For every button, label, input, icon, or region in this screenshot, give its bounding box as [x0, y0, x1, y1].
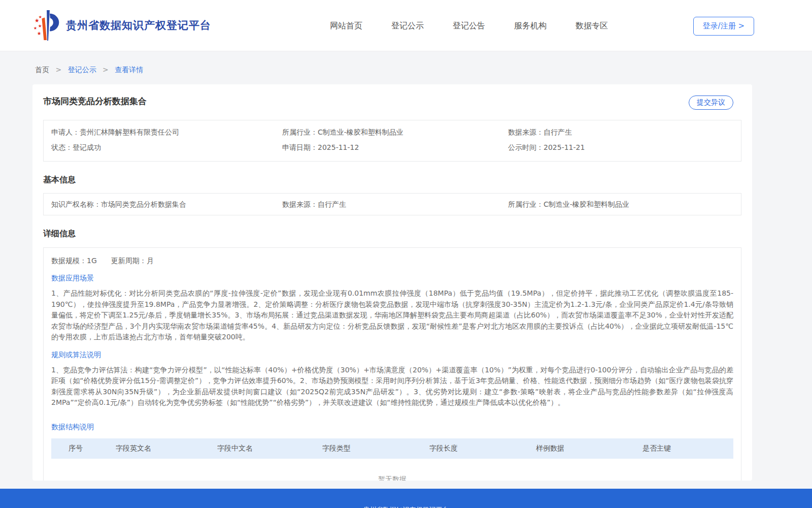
breadcrumb-separator: > [103, 66, 109, 74]
data-scale-value: 1G [87, 257, 97, 265]
publish-date-value: 2025-11-21 [544, 143, 585, 151]
col-field-type: 字段类型 [322, 444, 429, 453]
basic-info-box: 知识产权名称：市场同类竞品分析数据集合 数据来源：自行产生 所属行业：C制造业-… [43, 193, 741, 215]
apply-date-label: 申请日期： [282, 143, 318, 151]
publish-date-label: 公示时间： [508, 143, 544, 151]
site-title: 贵州省数据知识产权登记平台 [66, 18, 211, 33]
breadcrumb-separator: > [55, 66, 61, 74]
ip-name-value: 市场同类竞品分析数据集合 [101, 200, 186, 208]
structure-subheading: 数据结构说明 [51, 423, 733, 432]
data-source-label: 数据来源： [508, 128, 544, 136]
login-register-button[interactable]: 登录/注册 > [693, 17, 754, 36]
platform-logo-icon: ★ ★ ★ ★ ★ [33, 10, 63, 41]
basic-source-label: 数据来源： [282, 200, 318, 208]
industry-field: 所属行业：C制造业-橡胶和塑料制品业 [282, 124, 508, 140]
col-primary-key: 是否主键 [642, 444, 733, 453]
detail-info-heading: 详细信息 [43, 229, 741, 239]
industry-label: 所属行业： [282, 128, 318, 136]
footer-text: 贵州省数据知识产权登记平台 [0, 489, 812, 508]
svg-text:★: ★ [39, 15, 42, 19]
svg-text:★: ★ [33, 26, 37, 30]
nav-item-data-zone[interactable]: 数据专区 [576, 21, 608, 31]
col-field-cn: 字段中文名 [217, 444, 322, 453]
algorithm-paragraph: 1、竞品竞争力评估算法：构建“竞争力评分模型”，以“性能达标率（40%）+价格优… [51, 365, 733, 408]
breadcrumb-home[interactable]: 首页 [35, 66, 49, 74]
svg-text:★: ★ [37, 30, 42, 36]
nav-item-publicity[interactable]: 登记公示 [391, 21, 424, 31]
detail-card: 市场同类竞品分析数据集合 提交异议 申请人：贵州汇林降解塑料有限责任公司 所属行… [32, 84, 752, 481]
site-logo: ★ ★ ★ ★ ★ 贵州省数据知识产权登记平台 [33, 10, 211, 41]
data-source-field: 数据来源：自行产生 [508, 124, 741, 140]
basic-source-field: 数据来源：自行产生 [282, 197, 508, 212]
breadcrumb-current: 查看详情 [115, 66, 143, 74]
data-source-value: 自行产生 [544, 128, 572, 136]
breadcrumb-section[interactable]: 登记公示 [68, 66, 96, 74]
scenario-paragraph: 1、产品性能对标优化：对比分析同类竞品农膜的“厚度-拉伸强度-定价”数据，发现企… [51, 288, 733, 343]
apply-date-field: 申请日期：2025-11-12 [282, 140, 508, 155]
scenario-subheading: 数据应用场景 [51, 274, 733, 283]
registration-summary-box: 申请人：贵州汇林降解塑料有限责任公司 所属行业：C制造业-橡胶和塑料制品业 数据… [43, 120, 741, 162]
nav-item-service-org[interactable]: 服务机构 [514, 21, 547, 31]
publish-date-field: 公示时间：2025-11-21 [508, 140, 741, 155]
ip-name-field: 知识产权名称：市场同类竞品分析数据集合 [51, 197, 282, 212]
algorithm-subheading: 规则或算法说明 [51, 351, 733, 360]
page-title: 市场同类竞品分析数据集合 [43, 96, 147, 107]
apply-date-value: 2025-11-12 [318, 143, 359, 151]
footer-bar: 贵州省数据知识产权登记平台 [0, 489, 812, 508]
data-scale-label: 数据规模： [51, 257, 87, 265]
svg-text:★: ★ [38, 23, 42, 28]
basic-industry-field: 所属行业：C制造业-橡胶和塑料制品业 [508, 197, 741, 212]
industry-value: C制造业-橡胶和塑料制品业 [318, 128, 403, 136]
main-nav: 网站首页 登记公示 登记公告 服务机构 数据专区 [330, 21, 608, 31]
basic-industry-label: 所属行业： [508, 200, 544, 208]
basic-industry-value: C制造业-橡胶和塑料制品业 [544, 200, 629, 208]
status-value: 登记成功 [73, 143, 101, 151]
col-sample-data: 样例数据 [536, 444, 642, 453]
status-label: 状态： [51, 143, 73, 151]
applicant-field: 申请人：贵州汇林降解塑料有限责任公司 [51, 124, 282, 140]
basic-info-heading: 基本信息 [43, 175, 741, 185]
col-field-length: 字段长度 [429, 444, 536, 453]
update-cycle-value: 月 [147, 257, 154, 265]
update-cycle-label: 更新周期： [111, 257, 147, 265]
detail-info-box: 数据规模：1G更新周期：月 数据应用场景 1、产品性能对标优化：对比分析同类竞品… [43, 247, 741, 481]
table-empty-state: 暂无数据 [51, 459, 733, 481]
scale-cycle-row: 数据规模：1G更新周期：月 [51, 255, 733, 266]
col-index: 序号 [51, 444, 116, 453]
breadcrumb: 首页 > 登记公示 > 查看详情 [0, 51, 812, 75]
structure-table-header: 序号 字段英文名 字段中文名 字段类型 字段长度 样例数据 是否主键 [51, 438, 733, 459]
top-header: ★ ★ ★ ★ ★ 贵州省数据知识产权登记平台 网站首页 登记公示 登记公告 服… [0, 0, 812, 51]
basic-source-value: 自行产生 [318, 200, 346, 208]
col-field-en: 字段英文名 [116, 444, 217, 453]
nav-item-home[interactable]: 网站首页 [330, 21, 362, 31]
submit-objection-button[interactable]: 提交异议 [689, 96, 733, 110]
status-field: 状态：登记成功 [51, 140, 282, 155]
nav-item-announcement[interactable]: 登记公告 [453, 21, 485, 31]
applicant-value: 贵州汇林降解塑料有限责任公司 [80, 128, 179, 136]
applicant-label: 申请人： [51, 128, 80, 136]
ip-name-label: 知识产权名称： [51, 200, 101, 208]
